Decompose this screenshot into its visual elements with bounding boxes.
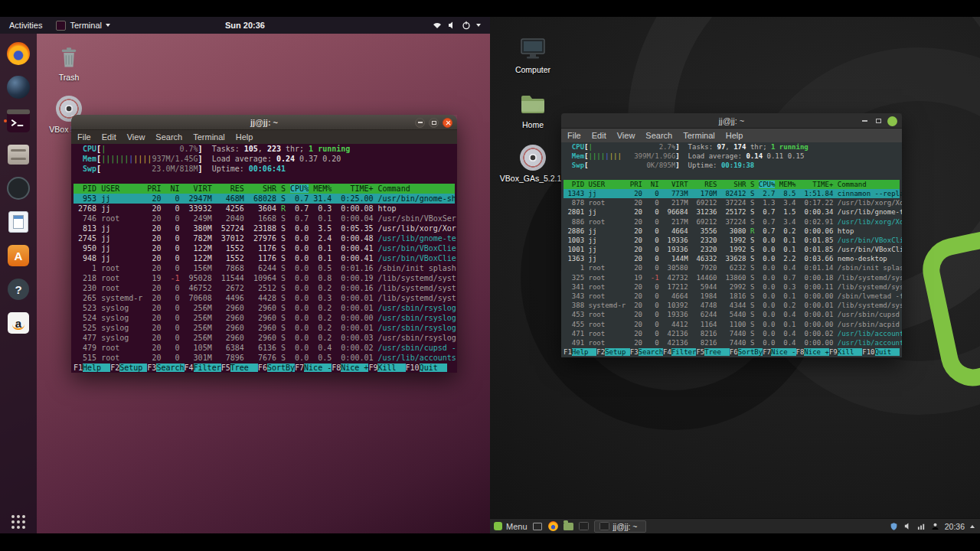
desktop-icon-computer[interactable]: Computer	[507, 35, 559, 74]
ubuntu-software-icon	[8, 245, 29, 266]
minimize-button[interactable]	[415, 118, 425, 128]
close-button[interactable]	[887, 116, 897, 126]
htop-process-row[interactable]: 491 root 20 0 42136 8216 7440 S 0.0 0.4 …	[564, 338, 900, 347]
window-titlebar[interactable]: jj@jj: ~	[71, 115, 457, 130]
htop-process-row[interactable]: 341 root 20 0 17212 5944 2992 S 0.0 0.3 …	[564, 282, 900, 292]
dock-icon-browser[interactable]	[3, 72, 34, 103]
terminal-app-icon	[56, 21, 66, 31]
htop-terminal-content[interactable]: CPU[|0.7%] Tasks: 105, 223 thr; 1 runnin…	[71, 144, 457, 373]
menu-file[interactable]: File	[567, 131, 581, 140]
menu-edit[interactable]: Edit	[592, 131, 606, 140]
dock-icon-libreoffice[interactable]	[3, 207, 34, 237]
maximize-button[interactable]	[429, 118, 439, 128]
mint-menu-button[interactable]: Menu	[494, 522, 528, 531]
dock-icon-firefox[interactable]	[3, 38, 34, 69]
htop-process-row[interactable]: 230 root 20 0 46752 2672 2512 S 0.0 0.2 …	[74, 283, 455, 293]
menu-help[interactable]: Help	[236, 132, 253, 142]
menu-search[interactable]: Search	[645, 131, 672, 140]
htop-function-key-bar[interactable]: F1Help F2Setup F3SearchF4FilterF5Tree F6…	[74, 363, 455, 373]
taskbar-window-button[interactable]: jj@jj: ~	[594, 520, 646, 533]
desktop-icon-label: VBox_GAs_5.2.10	[499, 174, 567, 183]
menu-terminal[interactable]: Terminal	[193, 132, 225, 142]
menu-help[interactable]: Help	[726, 131, 743, 140]
htop-process-row[interactable]: 878 root 20 0 217M 69212 37224 S 1.3 3.4…	[564, 198, 900, 207]
htop-process-row[interactable]: 343 root 20 0 4664 1984 1816 S 0.0 0.1 0…	[564, 292, 900, 301]
htop-process-row[interactable]: 953 jj 20 0 2947M 468M 68028 S 0.7 31.4 …	[74, 194, 455, 204]
window-titlebar[interactable]: jj@jj: ~	[561, 113, 902, 129]
system-tray: 20:36	[890, 522, 976, 531]
dock-icon-files[interactable]	[3, 139, 34, 170]
activities-button[interactable]: Activities	[0, 21, 51, 30]
menu-search[interactable]: Search	[155, 132, 182, 142]
desktop-icon-label: Computer	[507, 65, 559, 74]
dock-icon-rhythmbox[interactable]	[3, 173, 34, 204]
menu-view[interactable]: View	[127, 132, 145, 142]
htop-meter-cpu: CPU[|2.7%] Tasks: 97, 174 thr; 1 running	[564, 142, 900, 152]
htop-process-row[interactable]: 950 jj 20 0 122M 1552 1176 S 0.0 0.1 0:0…	[74, 243, 455, 253]
menu-edit[interactable]: Edit	[102, 132, 116, 142]
htop-process-row[interactable]: 471 root 20 0 42136 8216 7440 S 0.0 0.4 …	[564, 329, 900, 338]
htop-process-row[interactable]: 1363 jj 20 0 144M 46332 33628 S 0.0 2.2 …	[564, 254, 900, 263]
htop-process-row[interactable]: 2801 jj 20 0 96684 31236 25172 S 0.7 1.5…	[564, 207, 900, 217]
htop-function-key-bar[interactable]: F1Help F2Setup F3SearchF4FilterF5Tree F6…	[564, 347, 900, 357]
show-applications-button[interactable]	[0, 515, 37, 529]
clock[interactable]: Sun 20:36	[225, 21, 265, 30]
dock-icon-software[interactable]	[3, 240, 34, 271]
user-icon[interactable]	[931, 522, 939, 530]
htop-process-row[interactable]: 1343 jj 20 0 773M 170M 82412 S 2.7 8.5 1…	[564, 189, 900, 198]
htop-process-row[interactable]: 2886 jj 20 0 4664 3556 3080 R 0.7 0.2 0:…	[564, 227, 900, 236]
htop-terminal-content[interactable]: CPU[|2.7%] Tasks: 97, 174 thr; 1 running…	[561, 142, 902, 357]
htop-process-row[interactable]: 218 root 19 -1 95028 11544 10964 S 0.0 0…	[74, 273, 455, 283]
show-desktop-button[interactable]	[533, 521, 543, 531]
minimize-button[interactable]	[860, 116, 870, 126]
htop-process-row[interactable]: 453 root 20 0 19336 6244 5440 S 0.0 0.4 …	[564, 310, 900, 319]
htop-process-row[interactable]: 479 root 20 0 105M 6384 6136 S 0.0 0.4 0…	[74, 343, 455, 353]
desktop-icon-home[interactable]: Home	[507, 90, 559, 129]
htop-process-row[interactable]: 2745 jj 20 0 782M 37012 27976 S 0.0 2.4 …	[74, 233, 455, 243]
htop-meter-mem: Mem[||||||||399M/1.96G] Load average: 0.…	[564, 152, 900, 161]
htop-process-row[interactable]: 1003 jj 20 0 19336 2320 1992 S 0.0 0.1 0…	[564, 236, 900, 245]
chevron-up-icon[interactable]	[970, 525, 975, 528]
close-button[interactable]	[443, 118, 452, 128]
htop-column-header[interactable]: PID USER PRI NI VIRT RES SHR S CPU% MEM%…	[564, 180, 900, 189]
network-icon[interactable]	[917, 522, 926, 530]
system-tray[interactable]	[426, 21, 487, 30]
dock-icon-amazon[interactable]	[3, 308, 34, 338]
htop-process-row[interactable]: 1 root 20 0 30580 7920 6232 S 0.0 0.4 0:…	[564, 263, 900, 272]
htop-column-header[interactable]: PID USER PRI NI VIRT RES SHR S CPU% MEM%…	[74, 184, 455, 194]
menu-file[interactable]: File	[77, 132, 91, 142]
htop-process-row[interactable]: 455 root 20 0 4412 1164 1100 S 0.0 0.1 0…	[564, 320, 900, 329]
htop-process-row[interactable]: 2768 jj 20 0 33932 4256 3604 R 0.7 0.3 0…	[74, 204, 455, 214]
volume-icon[interactable]	[447, 21, 456, 30]
htop-process-row[interactable]: 477 syslog 20 0 256M 2960 2960 S 0.0 0.2…	[74, 333, 455, 343]
htop-process-row[interactable]: 524 syslog 20 0 256M 2960 2960 S 0.0 0.2…	[74, 313, 455, 323]
htop-process-row[interactable]: 388 systemd-r 20 0 10392 4748 4344 S 0.0…	[564, 301, 900, 310]
desktop-icon-vbox-disc[interactable]: VBox_GAs_5.2.10	[499, 144, 567, 183]
dock-icon-help[interactable]	[3, 274, 34, 305]
htop-process-row[interactable]: 265 systemd-r 20 0 70608 4496 4428 S 0.0…	[74, 293, 455, 303]
shield-icon[interactable]	[890, 522, 898, 531]
htop-process-row[interactable]: 525 syslog 20 0 256M 2960 2960 S 0.0 0.2…	[74, 323, 455, 333]
maximize-button[interactable]	[874, 116, 884, 126]
htop-process-row[interactable]: 746 root 20 0 249M 2040 1668 S 0.7 0.1 0…	[74, 214, 455, 223]
focused-app-menu[interactable]: Terminal	[51, 21, 115, 31]
htop-process-row[interactable]: 1001 jj 20 0 19336 2320 1992 S 0.0 0.1 0…	[564, 245, 900, 254]
power-icon[interactable]	[462, 21, 471, 30]
launcher-firefox[interactable]	[548, 521, 558, 531]
network-icon[interactable]	[433, 21, 442, 30]
menu-view[interactable]: View	[617, 131, 635, 140]
htop-process-row[interactable]: 948 jj 20 0 122M 1552 1176 S 0.0 0.1 0:0…	[74, 253, 455, 263]
htop-process-row[interactable]: 813 jj 20 0 380M 52724 23188 S 0.0 3.5 0…	[74, 223, 455, 233]
menu-terminal[interactable]: Terminal	[683, 131, 715, 140]
launcher-files[interactable]	[564, 521, 573, 531]
htop-process-row[interactable]: 523 syslog 20 0 256M 2960 2960 S 0.0 0.2…	[74, 303, 455, 313]
launcher-terminal[interactable]	[579, 521, 589, 531]
htop-process-row[interactable]: 1 root 20 0 156M 7868 6244 S 0.0 0.5 0:0…	[74, 263, 455, 273]
htop-process-row[interactable]: 325 root 19 -1 42732 14460 13860 S 0.0 0…	[564, 273, 900, 282]
panel-clock[interactable]: 20:36	[945, 522, 965, 531]
htop-process-row[interactable]: 886 root 20 0 217M 69212 37224 S 0.7 3.4…	[564, 217, 900, 227]
dock-icon-terminal[interactable]	[3, 106, 34, 136]
volume-icon[interactable]	[903, 522, 912, 530]
desktop-icon-trash[interactable]: Trash	[43, 43, 95, 82]
htop-process-row[interactable]: 515 root 20 0 301M 7896 7676 S 0.0 0.5 0…	[74, 353, 455, 363]
